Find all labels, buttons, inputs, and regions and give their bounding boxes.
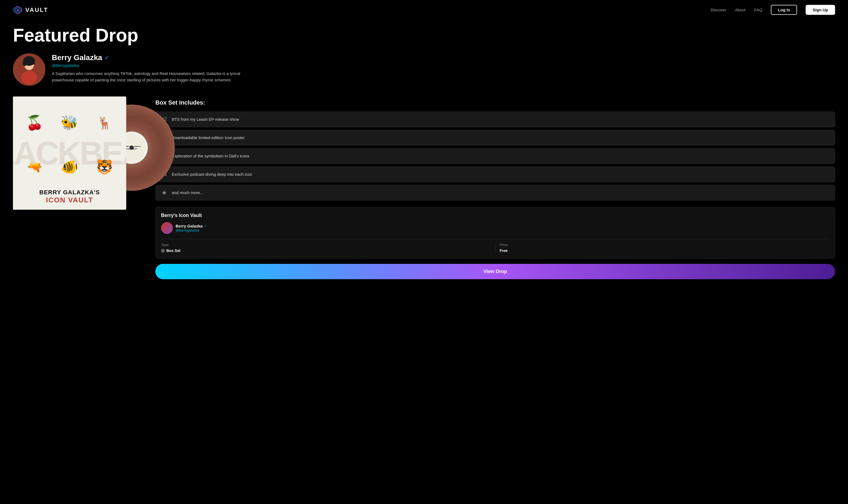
navbar: VAULT Discover About FAQ Log In Sign Up [0, 0, 848, 20]
artist-name: Berry Galazka [52, 53, 102, 62]
verified-badge-icon: ✓ [104, 54, 109, 61]
album-title-line2: ICON VAULT [13, 196, 126, 204]
vault-card-artist: Berry Galazka ✓ @berrygalazka [161, 222, 829, 234]
nav-faq[interactable]: FAQ [754, 7, 762, 12]
tiger-icon: 🐯 [96, 159, 113, 175]
svg-point-8 [32, 59, 35, 65]
view-drop-button[interactable]: View Drop [155, 264, 835, 279]
include-item-text: and much more... [172, 190, 203, 195]
album-title-line1: BERRY GALAZKA'S [13, 189, 126, 196]
price-label: Price [500, 243, 830, 247]
album-background: 🍒 🐝 🦌 🔫 🐠 🐯 BERRY GALAZKA'S ICON VAULT [13, 96, 126, 210]
vault-card-meta: Type Box Set Price Free [161, 239, 829, 253]
vault-card-verified-icon: ✓ [204, 224, 207, 228]
artist-info: Berry Galazka ✓ @berrygalazka A Sagittar… [52, 53, 835, 83]
include-item-text: Exclusive podcast diving deep into each … [172, 172, 252, 177]
vault-card: Berry's Icon Vault Berry Galazka ✓ @berr… [155, 207, 835, 258]
logo[interactable]: VAULT [13, 5, 48, 15]
vault-card-price: Price Free [500, 243, 830, 253]
vinyl-label-line2: ICON VAULT [126, 148, 137, 150]
list-item: Exploration of the symbolism in Dali's i… [155, 148, 835, 164]
avatar [13, 53, 45, 86]
right-panel: Box Set Includes: BTS from my Leash EP r… [155, 96, 835, 279]
nav-links: Discover About FAQ Log In Sign Up [711, 5, 835, 15]
price-value: Free [500, 249, 830, 253]
svg-point-7 [23, 59, 27, 66]
album-container: BERRY GALAZKA'S ICON VAULT 🍒 🐝 🦌 🔫 🐠 [13, 96, 142, 210]
signup-button[interactable]: Sign Up [806, 5, 835, 15]
include-item-text: BTS from my Leash EP release show [172, 117, 239, 122]
list-item: and much more... [155, 185, 835, 200]
vault-card-artist-info: Berry Galazka ✓ @berrygalazka [176, 224, 207, 232]
nav-about[interactable]: About [735, 7, 745, 12]
svg-rect-16 [165, 175, 167, 176]
artist-name-row: Berry Galazka ✓ [52, 53, 835, 62]
artist-handle[interactable]: @berrygalazka [52, 63, 835, 68]
list-item: BTS from my Leash EP release show [155, 112, 835, 127]
main-content: BERRY GALAZKA'S ICON VAULT 🍒 🐝 🦌 🔫 🐠 [0, 96, 848, 295]
vault-card-avatar [161, 222, 173, 234]
vault-card-title: Berry's Icon Vault [161, 213, 829, 218]
price-value-text: Free [500, 249, 508, 253]
page-title: Featured Drop [0, 20, 848, 53]
includes-list: BTS from my Leash EP release show Downlo… [155, 112, 835, 200]
avatar-image [13, 53, 45, 86]
type-value-text: Box Set [167, 249, 180, 253]
album-title: BERRY GALAZKA'S ICON VAULT [13, 189, 126, 204]
animal-icon: 🦌 [97, 116, 112, 130]
svg-marker-2 [17, 9, 19, 11]
nav-discover[interactable]: Discover [711, 7, 726, 12]
svg-point-5 [21, 71, 37, 84]
list-item: Downloadable limited-edition Icon poster [155, 130, 835, 146]
fish-icon: 🐠 [61, 159, 78, 175]
album-art: 🍒 🐝 🦌 🔫 🐠 🐯 BERRY GALAZKA'S ICON VAULT [13, 96, 126, 210]
pomegranate-icon: 🍒 [26, 114, 44, 131]
vault-card-artist-handle: @berrygalazka [176, 228, 207, 232]
radio-icon [161, 249, 165, 253]
list-item: Exclusive podcast diving deep into each … [155, 166, 835, 182]
artist-bio: A Sagittarian who consumes anything TikT… [52, 70, 257, 83]
vault-card-artist-name: Berry Galazka [176, 224, 203, 228]
avatar-svg [13, 53, 45, 86]
artist-section: Berry Galazka ✓ @berrygalazka A Sagittar… [0, 53, 848, 96]
vault-card-type: Type Box Set [161, 243, 496, 253]
include-item-text: Downloadable limited-edition Icon poster [172, 135, 245, 140]
gun-icon: 🔫 [27, 160, 42, 174]
include-item-text: Exploration of the symbolism in Dali's i… [172, 154, 249, 158]
type-value: Box Set [161, 249, 491, 253]
album-illustrations: 🍒 🐝 🦌 🔫 🐠 🐯 [18, 102, 121, 188]
star-icon [160, 189, 168, 197]
bee-icon: 🐝 [61, 114, 78, 131]
type-label: Type [161, 243, 491, 247]
logo-text: VAULT [25, 6, 48, 14]
login-button[interactable]: Log In [771, 5, 797, 15]
box-set-includes-title: Box Set Includes: [155, 99, 835, 106]
vault-logo-icon [13, 5, 23, 15]
